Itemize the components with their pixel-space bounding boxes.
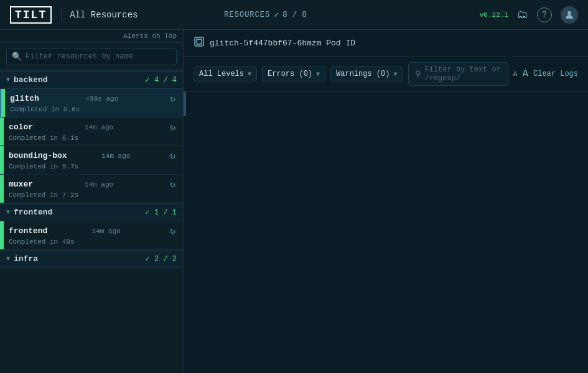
nav-right: v0.22.1 🗂 ?	[480, 6, 578, 24]
resource-info-glitch: glitch <30s ago ↻ Completed in 0.6s	[5, 89, 183, 117]
resource-name-frontend-item: frontend	[9, 226, 47, 236]
avatar[interactable]	[561, 6, 578, 24]
svg-rect-1	[195, 37, 203, 46]
group-name-frontend: frontend	[14, 208, 146, 217]
font-size-large-btn[interactable]: A	[522, 68, 528, 80]
nav-resources: RESOURCES ✓ 8 / 8	[224, 10, 307, 20]
resource-refresh-muxer[interactable]: ↻	[167, 178, 178, 190]
svg-rect-2	[197, 39, 202, 44]
resource-refresh-bounding-box[interactable]: ↻	[167, 150, 178, 162]
group-header-infra[interactable]: ▼ infra ✓ 2 / 2	[0, 250, 183, 268]
errors-dropdown[interactable]: Errors (0) ▼	[262, 67, 325, 81]
content-area: glitch-5f447bbf67-6hmzm Pod ID All Level…	[184, 30, 588, 373]
resource-info-bounding-box: bounding-box 14m ago ↻ Completed in 9.7s	[4, 146, 183, 174]
log-scrollbar	[184, 91, 186, 116]
search-input[interactable]	[26, 52, 171, 61]
log-controls-right: A A Clear Logs	[513, 68, 578, 80]
resource-time-glitch: <30s ago	[85, 95, 118, 103]
resource-item-color[interactable]: color 14m ago ↻ Completed in 6.1s	[0, 117, 183, 146]
group-count-backend: ✓ 4 / 4	[146, 75, 177, 85]
group-header-backend[interactable]: ▼ backend ✓ 4 / 4	[0, 71, 183, 89]
log-filter[interactable]: ⚲ Filter by text or /regexp/	[408, 62, 508, 86]
sidebar-list: ▼ backend ✓ 4 / 4 glitch <30s ago ↻ Comp…	[0, 71, 183, 373]
errors-label: Errors (0)	[268, 70, 312, 78]
resource-top-muxer: muxer 14m ago ↻	[9, 178, 178, 190]
resource-name-glitch: glitch	[10, 94, 39, 103]
warnings-label: Warnings (0)	[336, 70, 390, 78]
resource-name-muxer: muxer	[9, 180, 33, 189]
resource-info-frontend-item: frontend 14m ago ↻ Completed in 40s	[4, 221, 183, 249]
pod-icon	[194, 36, 205, 50]
resource-name-color: color	[9, 122, 33, 132]
resource-item-bounding-box[interactable]: bounding-box 14m ago ↻ Completed in 9.7s	[0, 146, 183, 175]
sidebar-search: 🔍	[0, 43, 183, 71]
resource-info-color: color 14m ago ↻ Completed in 6.1s	[4, 117, 183, 145]
resource-item-glitch[interactable]: glitch <30s ago ↻ Completed in 0.6s	[0, 89, 183, 117]
resource-detail-color: Completed in 6.1s	[9, 134, 178, 142]
all-levels-dropdown[interactable]: All Levels ▼	[194, 67, 257, 81]
svg-point-0	[567, 11, 571, 15]
resource-top-bounding-box: bounding-box 14m ago ↻	[9, 150, 178, 162]
search-icon: 🔍	[12, 52, 22, 62]
resource-name-bounding-box: bounding-box	[9, 151, 67, 160]
resource-item-muxer[interactable]: muxer 14m ago ↻ Completed in 7.2s	[0, 175, 183, 203]
filter-icon: ⚲	[415, 69, 421, 79]
resource-refresh-glitch[interactable]: ↻	[167, 93, 178, 104]
resources-label: RESOURCES	[224, 11, 270, 19]
search-wrap: 🔍	[6, 48, 177, 65]
sidebar: Alerts on Top 🔍 ▼ backend ✓ 4 / 4 glitch…	[0, 30, 184, 373]
group-chevron-infra: ▼	[6, 256, 10, 262]
all-levels-arrow: ▼	[248, 71, 251, 78]
group-count-frontend: ✓ 1 / 1	[146, 208, 177, 217]
pod-id-text: glitch-5f447bbf67-6hmzm Pod ID	[210, 39, 355, 48]
version-badge: v0.22.1	[480, 11, 508, 19]
group-header-frontend[interactable]: ▼ frontend ✓ 1 / 1	[0, 203, 183, 221]
resource-time-bounding-box: 14m ago	[101, 152, 130, 160]
group-count-infra: ✓ 2 / 2	[146, 254, 177, 264]
resource-item-frontend-item[interactable]: frontend 14m ago ↻ Completed in 40s	[0, 221, 183, 250]
book-icon[interactable]: 🗂	[517, 8, 528, 21]
help-icon[interactable]: ?	[537, 7, 552, 22]
log-area[interactable]	[184, 91, 588, 373]
filter-placeholder: Filter by text or /regexp/	[425, 65, 502, 83]
resource-detail-bounding-box: Completed in 9.7s	[9, 163, 178, 170]
resources-count: 8 / 8	[282, 10, 307, 19]
all-levels-label: All Levels	[199, 70, 244, 78]
nav-divider	[62, 7, 62, 22]
resource-info-muxer: muxer 14m ago ↻ Completed in 7.2s	[4, 175, 183, 203]
group-chevron-backend: ▼	[6, 76, 10, 83]
resource-top-frontend-item: frontend 14m ago ↻	[9, 225, 178, 237]
logo: TILT	[10, 6, 52, 24]
resource-detail-muxer: Completed in 7.2s	[9, 191, 178, 199]
resource-time-color: 14m ago	[85, 124, 113, 131]
resource-detail-frontend-item: Completed in 40s	[9, 238, 178, 246]
warnings-arrow: ▼	[393, 71, 397, 78]
nav-title: All Resources	[70, 10, 138, 20]
resource-detail-glitch: Completed in 0.6s	[10, 106, 178, 113]
resource-time-muxer: 14m ago	[85, 181, 113, 188]
log-controls: All Levels ▼ Errors (0) ▼ Warnings (0) ▼…	[184, 57, 588, 91]
topnav: TILT All Resources RESOURCES ✓ 8 / 8 v0.…	[0, 0, 588, 30]
resource-refresh-color[interactable]: ↻	[167, 121, 178, 133]
resources-check: ✓	[274, 10, 279, 20]
resource-time-frontend-item: 14m ago	[92, 228, 121, 235]
content-header: glitch-5f447bbf67-6hmzm Pod ID	[184, 30, 588, 57]
group-name-backend: backend	[14, 75, 146, 85]
font-size-small-btn[interactable]: A	[513, 70, 518, 78]
resource-top-color: color 14m ago ↻	[9, 121, 178, 133]
resource-refresh-frontend-item[interactable]: ↻	[167, 225, 178, 237]
group-chevron-frontend: ▼	[6, 209, 10, 216]
warnings-dropdown[interactable]: Warnings (0) ▼	[330, 67, 403, 81]
group-name-infra: infra	[14, 254, 146, 264]
alerts-on-top-label: Alerts on Top	[0, 30, 183, 43]
main-layout: Alerts on Top 🔍 ▼ backend ✓ 4 / 4 glitch…	[0, 30, 588, 373]
clear-logs-button[interactable]: Clear Logs	[533, 70, 578, 78]
resource-top-glitch: glitch <30s ago ↻	[10, 93, 178, 104]
errors-arrow: ▼	[316, 71, 320, 78]
